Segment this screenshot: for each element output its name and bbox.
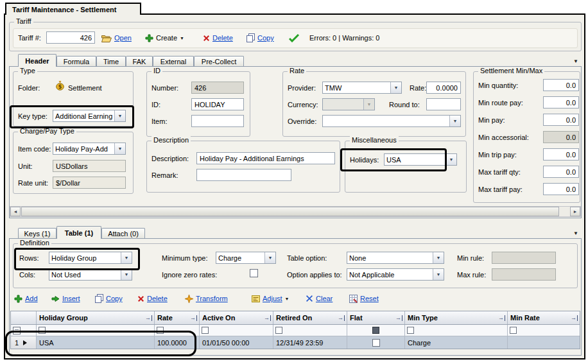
chevron-down-icon[interactable]: ▼: [433, 269, 444, 280]
min-trip-pay-field[interactable]: [543, 148, 579, 160]
cell-min-rate[interactable]: [508, 336, 580, 349]
min-accessorial-field[interactable]: [543, 131, 579, 143]
chevron-down-icon[interactable]: ▼: [114, 110, 125, 121]
chevron-down-icon[interactable]: ▼: [449, 116, 460, 126]
filter-box-icon[interactable]: [407, 327, 414, 334]
round-to-field[interactable]: [426, 98, 461, 110]
tab-time[interactable]: Time: [96, 56, 126, 66]
filter-cell-rate[interactable]: [155, 325, 200, 336]
filter-box-icon[interactable]: [510, 327, 517, 334]
filter-row-select-icon[interactable]: [13, 327, 21, 334]
grid-copy-button[interactable]: Copy: [95, 293, 123, 304]
col-header-min-type[interactable]: Min Type→: [405, 311, 508, 324]
grid-data-row-1[interactable]: 1 USA 100.0000 01/01/50 00:00 12/31/49 2…: [11, 336, 580, 349]
col-header-min-rate[interactable]: Min Rate→: [508, 311, 580, 324]
currency-combo[interactable]: ▼: [322, 98, 375, 110]
scroll-right-icon[interactable]: ►: [570, 207, 580, 216]
header-tab-list-dropdown-icon[interactable]: ▼: [573, 58, 578, 64]
filter-cell-flat[interactable]: [347, 325, 405, 336]
tab-keys[interactable]: Keys (1): [18, 228, 56, 238]
cell-min-type[interactable]: Charge: [405, 336, 508, 349]
number-field[interactable]: [191, 82, 244, 94]
grid-reset-button[interactable]: Reset: [349, 293, 379, 304]
window-title-tab[interactable]: Tariff Maintenance - Settlement: [5, 3, 141, 15]
filter-box-icon[interactable]: [39, 327, 46, 334]
min-route-pay-field[interactable]: [543, 96, 579, 108]
min-quantity-field[interactable]: [543, 79, 579, 91]
tab-external[interactable]: External: [153, 56, 194, 66]
rows-combo[interactable]: Holiday Group ▼: [49, 252, 132, 264]
filter-cell-min-rate[interactable]: [508, 325, 580, 336]
filter-box-icon[interactable]: [202, 327, 209, 334]
chevron-down-icon[interactable]: ▼: [114, 143, 125, 154]
tab-fak[interactable]: FAK: [126, 56, 153, 66]
filter-selector-cell[interactable]: [11, 325, 37, 336]
max-rule-field[interactable]: [492, 268, 556, 281]
tab-header[interactable]: Header: [18, 54, 56, 67]
tab-table[interactable]: Table (1): [56, 226, 101, 239]
col-header-active-on[interactable]: Active On→: [200, 311, 273, 324]
min-pay-field[interactable]: [543, 114, 579, 126]
cell-flat[interactable]: [347, 336, 405, 349]
ignore-zero-rates-checkbox[interactable]: [250, 269, 258, 277]
col-header-holiday-group[interactable]: Holiday Group→: [37, 311, 155, 324]
item-code-combo[interactable]: Holiday Pay-Add ▼: [53, 143, 126, 155]
cols-combo[interactable]: Not Used ▼: [49, 268, 132, 281]
grid-delete-button[interactable]: Delete: [137, 293, 168, 304]
chevron-down-icon[interactable]: ▼: [264, 252, 275, 263]
pin-column-icon[interactable]: →: [145, 315, 152, 321]
tab-pre-collect[interactable]: Pre-Collect: [194, 56, 244, 66]
bottom-tab-list-dropdown-icon[interactable]: ▼: [573, 230, 578, 236]
copy-button[interactable]: Copy: [246, 32, 274, 44]
grid-insert-button[interactable]: Insert: [51, 293, 80, 304]
filter-cell-min-type[interactable]: [405, 325, 508, 336]
filter-box-icon[interactable]: [157, 327, 164, 334]
chevron-down-icon[interactable]: ▼: [121, 252, 132, 263]
tab-attach[interactable]: Attach (0): [101, 228, 145, 238]
delete-button[interactable]: Delete: [203, 32, 233, 44]
cell-active-on[interactable]: 01/01/50 00:00: [200, 336, 273, 349]
scrollbar-thumb[interactable]: [21, 207, 559, 216]
open-button[interactable]: Open: [101, 32, 132, 44]
min-rule-field[interactable]: [492, 252, 556, 264]
unit-field[interactable]: [53, 160, 126, 172]
option-applies-to-combo[interactable]: Not Applicable ▼: [347, 268, 444, 281]
filter-box-filled-icon[interactable]: [372, 327, 379, 334]
filter-cell-retired-on[interactable]: [273, 325, 347, 336]
flat-checkbox[interactable]: [372, 339, 380, 347]
description-field[interactable]: [196, 152, 335, 164]
table-option-combo[interactable]: None ▼: [347, 252, 444, 264]
grid-add-button[interactable]: Add: [14, 293, 38, 304]
cell-holiday-group[interactable]: USA: [37, 336, 155, 349]
holidays-combo[interactable]: USA ▼: [384, 153, 457, 166]
item-field[interactable]: [191, 115, 244, 127]
rate-field[interactable]: [426, 82, 461, 94]
col-header-rate[interactable]: Rate→: [155, 311, 200, 324]
cell-retired-on[interactable]: 12/31/49 23:59: [273, 336, 347, 349]
rate-unit-field[interactable]: [53, 177, 126, 189]
create-button[interactable]: Create ▼: [145, 32, 184, 44]
provider-combo[interactable]: TMW ▼: [322, 82, 402, 94]
max-tariff-qty-field[interactable]: [543, 166, 579, 178]
col-header-retired-on[interactable]: Retired On→: [273, 311, 347, 324]
remark-field[interactable]: [196, 169, 291, 181]
pin-column-icon[interactable]: →: [571, 315, 578, 321]
filter-box-icon[interactable]: [275, 327, 282, 334]
pin-column-icon[interactable]: →: [190, 315, 197, 321]
scroll-left-icon[interactable]: ◄: [10, 207, 21, 216]
row-selector-cell[interactable]: 1: [11, 336, 37, 349]
cell-rate[interactable]: 100.0000: [155, 336, 200, 349]
chevron-down-icon[interactable]: ▼: [433, 252, 444, 263]
id-field[interactable]: [191, 98, 244, 110]
pin-column-icon[interactable]: →: [264, 315, 271, 321]
grid-selector-header[interactable]: [11, 311, 37, 324]
filter-cell-active-on[interactable]: [200, 325, 273, 336]
pin-column-icon[interactable]: →: [498, 315, 505, 321]
key-type-combo[interactable]: Additional Earning ▼: [53, 110, 126, 122]
pin-column-icon[interactable]: →: [338, 315, 345, 321]
chevron-down-icon[interactable]: ▼: [390, 82, 401, 93]
filter-cell-holiday-group[interactable]: [37, 325, 155, 336]
horizontal-scrollbar[interactable]: ◄ ►: [10, 206, 581, 217]
minimum-type-combo[interactable]: Charge ▼: [216, 252, 276, 264]
chevron-down-icon[interactable]: ▼: [121, 269, 132, 280]
